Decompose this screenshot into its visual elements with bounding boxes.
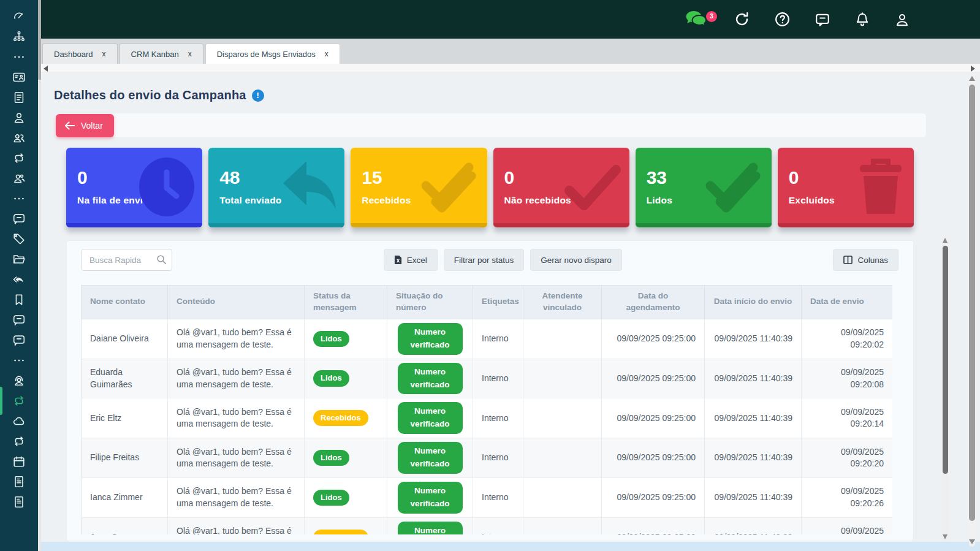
user-headset-icon[interactable] <box>0 374 38 387</box>
stat-value: 0 <box>504 167 515 188</box>
bell-icon[interactable] <box>854 12 870 28</box>
table-row[interactable]: Ianca ZimmerOlá @var1, tudo bem? Essa é … <box>82 478 893 518</box>
table-cell <box>523 359 602 398</box>
tab-crm-kanban[interactable]: CRM Kanbanx <box>120 44 203 64</box>
number-verified-badge: Numero verificado <box>398 522 463 534</box>
actions-strip: Voltar <box>54 113 927 138</box>
column-header[interactable]: Data de envio <box>802 286 893 319</box>
page-title: Detalhes do envio da Campanha <box>54 88 246 102</box>
table-cell: 09/09/2025 11:40:39 <box>705 398 802 438</box>
table-cell: 09/09/2025 09:20:20 <box>802 438 893 478</box>
horizontal-scrollbar-top[interactable] <box>41 64 980 72</box>
table-cell <box>523 478 602 518</box>
users-icon[interactable] <box>0 131 38 145</box>
column-header[interactable]: Atendente vinculado <box>523 286 602 319</box>
main-content: Detalhes do envio da Campanha Voltar 0Na… <box>41 72 980 542</box>
column-header[interactable]: Conteúdo <box>168 286 305 319</box>
chats-icon[interactable]: 3 <box>684 10 710 29</box>
status-badge: Recebidos <box>313 530 368 534</box>
reply-all-icon[interactable] <box>0 273 38 286</box>
ellipsis-icon[interactable] <box>0 50 38 64</box>
tab-close-icon[interactable]: x <box>102 50 106 58</box>
tab-disparos-de-msgs-enviados[interactable]: Disparos de Msgs Enviadosx <box>205 44 340 64</box>
file-lines-icon[interactable] <box>0 91 38 104</box>
column-header[interactable]: Nome contato <box>82 286 168 319</box>
back-button-label: Voltar <box>81 121 103 131</box>
scroll-right-arrow-icon[interactable] <box>971 66 975 72</box>
gauge-icon[interactable] <box>0 10 38 23</box>
stat-card-n-o-recebidos: 0Não recebidos <box>493 148 629 227</box>
tab-close-icon[interactable]: x <box>188 50 192 58</box>
id-card-icon[interactable] <box>0 70 38 84</box>
page-vertical-scrollbar[interactable] <box>969 74 975 547</box>
table-row[interactable]: Eric EltzOlá @var1, tudo bem? Essa é uma… <box>82 398 893 438</box>
reply-icon <box>278 156 338 218</box>
column-header[interactable]: Etiquetas <box>473 286 523 319</box>
tab-close-icon[interactable]: x <box>325 50 329 58</box>
scroll-left-arrow-icon[interactable] <box>44 66 48 72</box>
table-cell: Interno <box>473 398 523 438</box>
table-row[interactable]: Daiane OliveiraOlá @var1, tudo bem? Essa… <box>82 319 893 359</box>
table-cell: Daiane Oliveira <box>82 319 168 359</box>
help-icon[interactable] <box>774 11 791 28</box>
cloud-icon[interactable] <box>0 414 38 428</box>
stat-value: 15 <box>362 167 382 188</box>
check-double-icon <box>417 156 481 220</box>
status-badge: Lidos <box>313 450 349 466</box>
user-icon[interactable] <box>894 12 910 28</box>
table-row[interactable]: Filipe FreitasOlá @var1, tudo bem? Essa … <box>82 438 893 478</box>
user-group-icon[interactable] <box>0 172 38 185</box>
table-panel: Excel Filtrar por status Gerar novo disp… <box>66 240 914 541</box>
status-badge: Lidos <box>313 370 349 386</box>
table-row[interactable]: Eduarda GuimarãesOlá @var1, tudo bem? Es… <box>82 359 893 398</box>
table-cell: Interno <box>473 518 523 535</box>
sitemap-icon[interactable] <box>0 30 38 44</box>
comment-icon[interactable] <box>0 313 38 327</box>
file-invoice-icon[interactable] <box>0 475 38 488</box>
table-vertical-scrollbar[interactable] <box>942 236 949 541</box>
repeat-icon[interactable] <box>0 435 38 448</box>
tag-icon[interactable] <box>0 232 38 246</box>
table-cell: 09/09/2025 09:25:00 <box>602 478 705 518</box>
folder-icon[interactable] <box>0 253 38 266</box>
user-icon[interactable] <box>0 111 38 124</box>
ellipsis-icon[interactable] <box>0 192 38 205</box>
stat-card-na-fila-de-envio: 0Na fila de envio <box>66 148 202 227</box>
search-box <box>82 249 172 271</box>
repeat-icon[interactable] <box>0 394 38 408</box>
excel-button[interactable]: Excel <box>384 249 438 271</box>
columns-button[interactable]: Colunas <box>833 249 898 271</box>
table-row[interactable]: Jean GomesOlá @var1, tudo bem? Essa é um… <box>82 518 893 535</box>
column-header[interactable]: Data início do envio <box>705 286 802 319</box>
file-invoice-icon[interactable] <box>0 495 38 509</box>
filter-by-status-button[interactable]: Filtrar por status <box>444 249 525 271</box>
back-button[interactable]: Voltar <box>56 114 114 137</box>
sidebar-scrollbar[interactable] <box>38 0 41 551</box>
table-cell: Eric Eltz <box>82 398 168 438</box>
table-cell: 09/09/2025 11:40:39 <box>705 319 802 359</box>
columns-icon <box>843 256 853 264</box>
table-cell: Olá @var1, tudo bem? Essa é uma mensagem… <box>168 398 305 438</box>
info-icon[interactable] <box>252 89 264 102</box>
bookmark-icon[interactable] <box>0 293 38 306</box>
column-header[interactable]: Status da mensagem <box>305 286 387 319</box>
refresh-icon[interactable] <box>734 11 750 28</box>
repeat-icon[interactable] <box>0 151 38 165</box>
ellipsis-icon[interactable] <box>0 354 38 367</box>
columns-button-label: Colunas <box>857 256 888 265</box>
new-dispatch-button[interactable]: Gerar novo disparo <box>530 249 622 271</box>
arrow-left-icon <box>64 121 75 130</box>
column-header[interactable]: Data do agendamento <box>602 286 705 319</box>
comment-icon[interactable] <box>0 212 38 226</box>
data-table-container: Nome contatoConteúdoStatus da mensagemSi… <box>81 285 892 534</box>
table-cell: Interno <box>473 478 523 518</box>
calendar-icon[interactable] <box>0 455 38 468</box>
table-cell: Numero verificado <box>387 518 473 535</box>
stat-value: 0 <box>77 167 88 188</box>
comment-icon[interactable] <box>0 333 38 347</box>
tab-dashboard[interactable]: Dashboardx <box>42 44 118 64</box>
column-header[interactable]: Situação do número <box>387 286 473 319</box>
comment-icon[interactable] <box>815 12 830 28</box>
horizontal-scrollbar-bottom[interactable] <box>41 542 980 551</box>
top-header: 3 <box>41 0 980 39</box>
